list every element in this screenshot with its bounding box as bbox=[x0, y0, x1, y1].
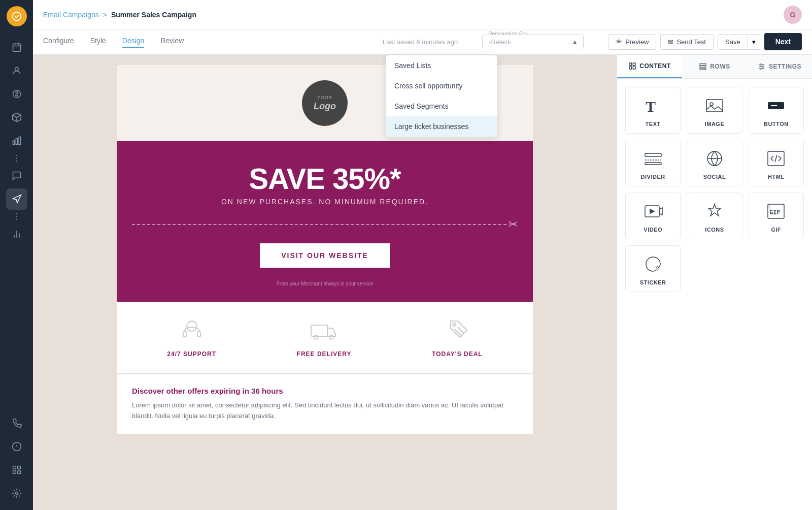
social-icon bbox=[704, 148, 725, 169]
content-item-divider[interactable]: DIVIDER bbox=[625, 140, 681, 186]
gif-icon: GIF bbox=[766, 201, 786, 221]
sidebar-item-user[interactable] bbox=[6, 60, 27, 81]
content-item-icons[interactable]: ICONS bbox=[687, 193, 742, 239]
breadcrumb-parent[interactable]: Email Campaigns bbox=[43, 11, 99, 19]
panel-content: T TEXT IMAGE BUTTON bbox=[617, 79, 812, 510]
icons-icon bbox=[704, 201, 725, 221]
svg-point-23 bbox=[15, 492, 18, 495]
email-logo: YOUR Logo bbox=[302, 80, 348, 126]
tab-style[interactable]: Style bbox=[90, 37, 106, 48]
sidebar-item-revenue[interactable] bbox=[6, 83, 27, 105]
save-dropdown-button[interactable]: ▾ bbox=[748, 34, 760, 50]
rows-icon bbox=[699, 62, 707, 71]
autosave-text: Last saved 6 minutes ago bbox=[383, 38, 458, 46]
feature-delivery-label: FREE DELIVERY bbox=[297, 350, 352, 358]
sidebar-item-campaigns[interactable] bbox=[6, 188, 27, 210]
promo-title: SAVE 35%* bbox=[132, 162, 518, 196]
right-panel: CONTENT ROWS SETTINGS T TEXT bbox=[617, 55, 812, 510]
logo-your-text: YOUR bbox=[317, 95, 332, 100]
save-button[interactable]: Save bbox=[718, 34, 748, 50]
breadcrumb-separator: > bbox=[103, 11, 107, 19]
panel-tab-content[interactable]: CONTENT bbox=[617, 55, 682, 78]
sidebar-item-feedback[interactable] bbox=[6, 436, 27, 457]
truck-icon bbox=[310, 317, 338, 344]
app-logo[interactable] bbox=[7, 6, 27, 26]
dropdown-item-saved-lists[interactable]: Saved Lists bbox=[386, 55, 497, 76]
sidebar-bottom bbox=[6, 412, 27, 510]
promo-cta-wrapper: VISIT OUR WEBSITE bbox=[132, 243, 518, 273]
panel-tab-content-label: CONTENT bbox=[639, 62, 671, 70]
headset-icon bbox=[179, 317, 205, 344]
content-grid: T TEXT IMAGE BUTTON bbox=[625, 87, 804, 292]
sidebar-item-products[interactable] bbox=[6, 107, 27, 128]
svg-point-45 bbox=[760, 68, 762, 70]
user-avatar[interactable]: G bbox=[784, 6, 802, 24]
content-item-gif-label: GIF bbox=[771, 227, 781, 233]
header: Email Campaigns > Summer Sales Campaign … bbox=[33, 0, 812, 29]
promo-cta-button[interactable]: VISIT OUR WEBSITE bbox=[260, 243, 390, 268]
email-text-section: Discover other offers expiring in 36 hou… bbox=[117, 374, 533, 434]
svg-rect-10 bbox=[13, 141, 14, 145]
tabbar: Configure Style Design Review Last saved… bbox=[33, 29, 812, 55]
svg-rect-51 bbox=[645, 153, 661, 156]
svg-text:GIF: GIF bbox=[769, 209, 781, 216]
send-test-button[interactable]: ✉ Send Test bbox=[660, 34, 714, 50]
svg-rect-12 bbox=[19, 137, 20, 145]
content-item-sticker-label: STICKER bbox=[640, 279, 666, 285]
svg-marker-59 bbox=[650, 209, 654, 213]
sidebar-dots-2: ⋮ bbox=[13, 212, 21, 221]
sidebar-item-phone[interactable] bbox=[6, 412, 27, 434]
content-item-icons-label: ICONS bbox=[705, 227, 724, 233]
preview-button[interactable]: 👁 Preview bbox=[608, 34, 656, 50]
svg-rect-11 bbox=[16, 139, 17, 145]
feature-support: 24/7 SUPPORT bbox=[167, 317, 216, 358]
feature-delivery: FREE DELIVERY bbox=[297, 317, 352, 358]
content-item-social-label: SOCIAL bbox=[703, 174, 726, 180]
svg-point-48 bbox=[710, 103, 713, 106]
tab-configure[interactable]: Configure bbox=[43, 37, 74, 48]
svg-rect-37 bbox=[700, 63, 706, 65]
tab-actions: 👁 Preview ✉ Send Test Save ▾ Next bbox=[608, 33, 802, 50]
sidebar-item-grid[interactable] bbox=[6, 459, 27, 481]
content-item-button[interactable]: BUTTON bbox=[749, 87, 804, 134]
content-item-sticker[interactable]: STICKER bbox=[625, 245, 681, 292]
email-text-title: Discover other offers expiring in 36 hou… bbox=[132, 387, 518, 395]
content-item-text[interactable]: T TEXT bbox=[625, 87, 681, 134]
next-button[interactable]: Next bbox=[764, 33, 802, 50]
dropdown-item-saved-segments[interactable]: Saved Segments bbox=[386, 96, 497, 116]
content-item-video[interactable]: VIDEO bbox=[625, 193, 681, 239]
svg-text:T: T bbox=[646, 98, 656, 115]
svg-rect-22 bbox=[17, 471, 20, 474]
dropdown-item-large-ticket[interactable]: Large ticket businesses bbox=[386, 116, 497, 137]
sidebar-item-settings[interactable] bbox=[6, 483, 27, 504]
content-item-gif[interactable]: GIF GIF bbox=[749, 193, 804, 239]
personalize-dropdown[interactable]: Personalize For -Select- ▲ bbox=[482, 35, 584, 49]
sidebar-item-messages[interactable] bbox=[6, 165, 27, 186]
svg-rect-21 bbox=[13, 471, 16, 474]
content-item-html[interactable]: HTML bbox=[749, 140, 804, 186]
tab-review[interactable]: Review bbox=[160, 37, 184, 48]
svg-rect-39 bbox=[700, 68, 706, 70]
dropdown-item-cross-sell[interactable]: Cross sell opportunity bbox=[386, 76, 497, 96]
text-icon: T bbox=[643, 95, 663, 116]
svg-rect-25 bbox=[183, 332, 186, 337]
sidebar-item-reports[interactable] bbox=[6, 224, 27, 245]
svg-point-43 bbox=[760, 64, 762, 66]
sidebar-item-analytics[interactable] bbox=[6, 130, 27, 151]
sidebar-item-calendar[interactable] bbox=[6, 37, 27, 58]
svg-rect-38 bbox=[700, 66, 706, 68]
svg-point-24 bbox=[187, 321, 197, 331]
content-item-image[interactable]: IMAGE bbox=[687, 87, 742, 134]
svg-point-44 bbox=[762, 66, 764, 68]
content-item-social[interactable]: SOCIAL bbox=[687, 140, 742, 186]
svg-rect-47 bbox=[706, 100, 723, 112]
email-canvas-area: YOUR Logo SAVE 35%* ON NEW PURCHASES. NO… bbox=[33, 55, 617, 510]
tab-design[interactable]: Design bbox=[122, 37, 145, 48]
content-item-text-label: TEXT bbox=[646, 121, 661, 127]
panel-tab-rows[interactable]: ROWS bbox=[682, 55, 747, 78]
promo-subtitle: ON NEW PURCHASES. NO MINUMUM REQUIRED. bbox=[132, 198, 518, 206]
svg-rect-36 bbox=[633, 67, 636, 69]
panel-tab-settings[interactable]: SETTINGS bbox=[747, 55, 812, 78]
svg-rect-35 bbox=[629, 67, 632, 69]
email-text-body: Lorem ipsum dolor sit amet, consectetur … bbox=[132, 400, 518, 422]
